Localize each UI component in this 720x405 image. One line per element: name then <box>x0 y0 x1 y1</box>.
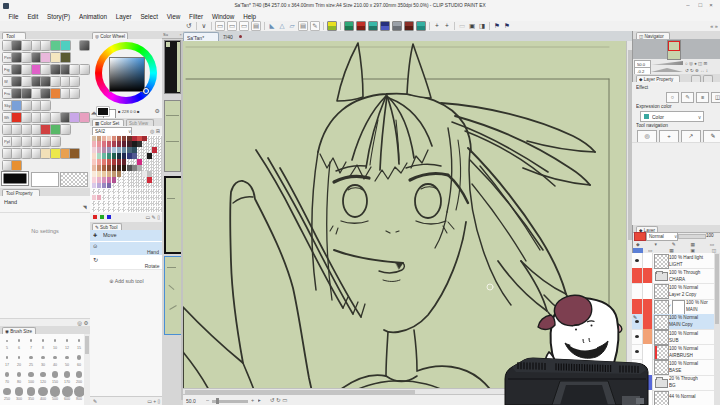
tool-icon[interactable] <box>69 76 80 87</box>
color-swatch[interactable] <box>147 177 152 182</box>
color-swatch[interactable] <box>107 207 112 212</box>
color-swatch[interactable] <box>112 201 117 206</box>
brush-size-400[interactable]: 400 <box>37 385 49 402</box>
layer-icons-row-1[interactable]: ◆ ▾ ✎ ▦ ▭ ◨ ▾ ■ <box>636 242 720 247</box>
toolbar-button[interactable]: + <box>433 22 441 30</box>
color-swatch[interactable] <box>142 201 147 206</box>
color-swatch[interactable] <box>137 177 142 182</box>
color-swatch[interactable] <box>122 207 127 212</box>
color-swatch[interactable] <box>112 153 117 158</box>
menu-help[interactable]: Help <box>239 13 261 20</box>
color-swatch[interactable] <box>97 201 102 206</box>
toolbar-button[interactable] <box>404 21 414 31</box>
color-swatch[interactable] <box>142 141 147 146</box>
color-swatch[interactable] <box>152 195 157 200</box>
zoom-out-icon[interactable]: – <box>206 397 209 403</box>
color-swatch[interactable] <box>132 165 137 170</box>
blue-swatch[interactable] <box>107 215 111 219</box>
toolbar-button[interactable]: ▤ <box>298 21 308 31</box>
add-sub-tool-button[interactable]: ⊕ Add sub tool <box>90 278 163 284</box>
color-swatch[interactable] <box>122 177 127 182</box>
brush-size-300[interactable]: 300 <box>13 385 25 402</box>
menu-filter[interactable]: Filter <box>185 13 208 20</box>
color-swatch[interactable] <box>132 183 137 188</box>
color-swatch[interactable] <box>127 153 132 158</box>
brush-size-350[interactable]: 350 <box>25 385 37 402</box>
color-swatch[interactable] <box>107 201 112 206</box>
color-swatch[interactable] <box>92 183 97 188</box>
toolbar-button[interactable]: ⚑ <box>493 22 501 30</box>
toolbar-button[interactable]: ▭ <box>458 22 466 30</box>
color-swatch[interactable] <box>92 177 97 182</box>
color-swatch[interactable] <box>107 141 112 146</box>
transparent-color-swatch[interactable] <box>60 172 88 187</box>
color-swatch[interactable] <box>97 171 102 176</box>
color-swatch[interactable] <box>102 153 107 158</box>
menu-select[interactable]: Select <box>136 13 162 20</box>
layer-color-label[interactable] <box>643 268 653 283</box>
hue-marker[interactable] <box>143 88 149 94</box>
color-swatch[interactable] <box>107 159 112 164</box>
brush-size-7[interactable]: 7 <box>25 334 37 351</box>
close-button[interactable]: × <box>709 2 713 9</box>
color-swatch[interactable] <box>117 177 122 182</box>
color-swatch[interactable] <box>122 147 127 152</box>
toolbar-button[interactable]: ↺ <box>185 22 193 30</box>
color-swatch[interactable] <box>122 171 127 176</box>
opacity-value[interactable]: 100 <box>706 233 714 238</box>
brush-size-100[interactable]: 100 <box>25 368 37 385</box>
tool-icon[interactable] <box>69 148 80 159</box>
brush-size-80[interactable]: 80 <box>13 368 25 385</box>
color-swatch[interactable] <box>107 171 112 176</box>
color-swatch[interactable] <box>142 136 147 141</box>
color-swatch[interactable] <box>142 171 147 176</box>
color-swatch[interactable] <box>112 183 117 188</box>
page-list-close-icon[interactable]: × <box>180 32 182 36</box>
brush-size-30[interactable]: 30 <box>37 351 49 368</box>
color-swatch[interactable] <box>107 177 112 182</box>
color-swatch[interactable] <box>102 136 107 141</box>
color-swatch[interactable] <box>127 177 132 182</box>
menu-animation[interactable]: Animation <box>75 13 112 20</box>
color-swatch[interactable] <box>107 195 112 200</box>
red-swatch[interactable] <box>93 215 97 219</box>
color-swatch[interactable] <box>102 189 107 194</box>
toolbar-button[interactable]: ∨ <box>200 22 208 30</box>
color-swatch[interactable] <box>92 153 97 158</box>
color-swatch[interactable] <box>127 159 132 164</box>
layer-palette-color[interactable] <box>634 232 646 241</box>
color-swatch[interactable] <box>112 141 117 146</box>
layer-color-label[interactable] <box>643 253 653 268</box>
color-swatch[interactable] <box>122 153 127 158</box>
color-swatch[interactable] <box>102 201 107 206</box>
color-swatch[interactable] <box>97 159 102 164</box>
color-swatch[interactable] <box>112 195 117 200</box>
toolbar-button[interactable]: △ <box>278 22 286 30</box>
brush-size-150[interactable]: 150 <box>49 368 61 385</box>
layer-visibility-toggle[interactable] <box>632 253 643 268</box>
color-swatch[interactable] <box>92 159 97 164</box>
color-swatch[interactable] <box>152 201 157 206</box>
zoom-slider-thumb[interactable] <box>216 398 219 404</box>
color-swatch[interactable] <box>97 153 102 158</box>
expression-color-select[interactable]: Color ∨ <box>640 111 704 122</box>
color-swatch[interactable] <box>137 189 142 194</box>
color-swatch[interactable] <box>102 147 107 152</box>
layer-row-CHARA[interactable]: 100 % ThroughCHARA <box>632 268 714 284</box>
subtool-item-rotate[interactable]: ↻ Rotate <box>90 256 162 270</box>
color-swatch[interactable] <box>122 136 127 141</box>
color-swatch[interactable] <box>92 147 97 152</box>
color-swatch[interactable] <box>117 159 122 164</box>
page-thumb-2[interactable] <box>164 100 181 172</box>
color-swatch[interactable] <box>117 147 122 152</box>
tool-icon[interactable] <box>60 124 71 135</box>
color-swatch[interactable] <box>127 183 132 188</box>
color-swatch[interactable] <box>107 147 112 152</box>
color-swatch[interactable] <box>132 189 137 194</box>
brush-size-170[interactable]: 170 <box>61 368 73 385</box>
color-swatch[interactable] <box>147 171 152 176</box>
color-swatch[interactable] <box>107 136 112 141</box>
brush-size-10[interactable]: 10 <box>49 334 61 351</box>
color-swatch[interactable] <box>117 207 122 212</box>
color-swatch[interactable] <box>142 183 147 188</box>
